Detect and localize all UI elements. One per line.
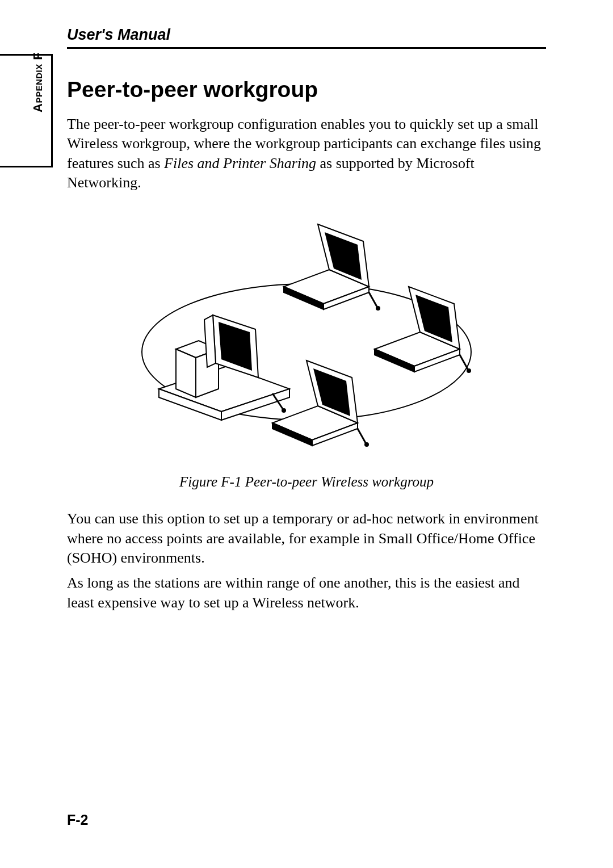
paragraph-2: You can use this option to set up a temp…: [67, 509, 546, 568]
svg-point-21: [364, 442, 369, 447]
section-heading: Peer-to-peer workgroup: [67, 77, 546, 102]
page: User's Manual Appendix F Peer-to-peer wo…: [0, 0, 613, 868]
page-header: User's Manual: [67, 26, 546, 49]
paragraph-3: As long as the stations are within range…: [67, 573, 546, 613]
header-rule: [67, 47, 546, 49]
content: Peer-to-peer workgroup The peer-to-peer …: [67, 77, 546, 618]
appendix-tab-label: Appendix F: [31, 52, 45, 112]
intro-paragraph: The peer-to-peer workgroup configuration…: [67, 115, 546, 192]
svg-line-6: [369, 292, 377, 307]
svg-marker-26: [176, 349, 196, 397]
svg-line-20: [358, 429, 366, 443]
page-number: F-2: [67, 812, 89, 828]
svg-point-7: [376, 306, 380, 311]
svg-line-13: [460, 355, 468, 369]
appendix-word: Appendix: [31, 64, 45, 112]
figure: Figure F-1 Peer-to-peer Wireless workgro…: [67, 219, 546, 490]
appendix-tab: Appendix F: [0, 54, 53, 167]
intro-text-em: Files and Printer Sharing: [164, 155, 316, 171]
figure-caption: Figure F-1 Peer-to-peer Wireless workgro…: [67, 474, 546, 490]
header-title: User's Manual: [67, 26, 546, 44]
appendix-letter: F: [31, 52, 45, 60]
svg-point-32: [282, 408, 286, 413]
workgroup-diagram-icon: [125, 219, 488, 457]
svg-point-14: [467, 368, 471, 373]
